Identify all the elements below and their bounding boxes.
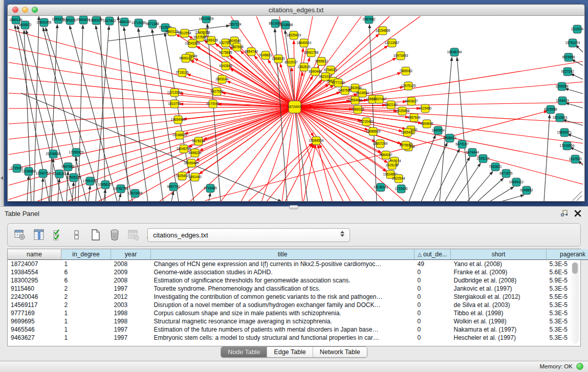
column-header-year[interactable]: year [111, 249, 151, 260]
graph-node[interactable]: 19654985 [171, 116, 186, 124]
tab-edge-table[interactable]: Edge Table [267, 347, 313, 357]
graph-node[interactable]: 10719155 [132, 19, 146, 27]
column-header-pagerank[interactable]: pagerank [547, 249, 588, 260]
graph-node[interactable]: 18325419 [287, 31, 301, 39]
rows-icon[interactable] [71, 228, 83, 242]
table-select-combobox[interactable]: citations_edges.txt [147, 228, 350, 242]
graph-node[interactable]: 1209358 [555, 82, 569, 91]
table-row[interactable]: 977716911998Corpus callosum shape and si… [8, 309, 588, 317]
graph-node[interactable]: 10973493 [394, 52, 408, 60]
graph-node[interactable]: 9405572 [18, 21, 32, 29]
graph-node[interactable]: 9671388 [146, 20, 159, 28]
select-all-icon[interactable] [52, 228, 64, 242]
window-titlebar[interactable]: citations_edges.txt [8, 5, 584, 16]
graph-node[interactable]: 10653247 [89, 16, 104, 25]
graph-node[interactable]: 16033809 [199, 16, 214, 23]
column-header-in_degree[interactable]: in_degree [61, 249, 111, 260]
table-row[interactable]: 1830029562008Estimation of significance … [8, 276, 588, 285]
graph-node[interactable]: 18724007 [288, 101, 302, 113]
table-scrollbar-thumb[interactable] [572, 262, 578, 274]
close-panel-icon[interactable] [574, 209, 582, 217]
graph-node[interactable]: 9170041 [206, 100, 220, 108]
column-header-name[interactable]: name [8, 249, 61, 260]
graph-node[interactable]: 11156869 [21, 167, 36, 176]
delete-icon[interactable] [108, 228, 121, 242]
table-scrollbar[interactable] [571, 261, 579, 344]
svg-text:9170041: 9170041 [206, 102, 220, 105]
graph-node[interactable]: 10688609 [366, 127, 381, 136]
graph-edge [570, 147, 583, 153]
graph-node[interactable]: 18807249 [373, 140, 388, 148]
graph-node[interactable]: 2087682 [362, 16, 376, 24]
graph-node[interactable]: 7485063 [399, 67, 412, 75]
table-row[interactable]: 969969511998Structural magnetic resonanc… [8, 317, 588, 325]
graph-node[interactable]: 8215958 [544, 105, 557, 114]
graph-node[interactable]: 9699695 [420, 120, 433, 128]
graph-node[interactable]: 7857224 [228, 20, 242, 29]
graph-node[interactable]: 16648784 [447, 48, 462, 56]
table-row[interactable]: 1456911722003Disruption of a novel membe… [8, 301, 588, 309]
graph-node[interactable]: 2935114 [477, 155, 490, 163]
graph-node[interactable]: 9716485 [204, 184, 217, 192]
graph-node[interactable]: 19166825 [172, 131, 187, 139]
graph-node[interactable]: 9463627 [405, 97, 418, 105]
graph-node[interactable]: 7632621 [489, 163, 502, 171]
table-row[interactable]: 946554611997Estimation of the future num… [8, 325, 588, 334]
svg-text:18807249: 18807249 [373, 142, 388, 145]
graph-node[interactable]: 9146821 [259, 51, 272, 59]
graph-node[interactable]: 4957644 [407, 114, 421, 122]
graph-node[interactable]: 8471676 [499, 169, 513, 178]
graph-node[interactable]: 1527602 [103, 17, 116, 25]
graph-node[interactable]: 9115460 [419, 104, 432, 113]
tab-node-table[interactable]: Node Table [221, 347, 267, 357]
graph-node[interactable]: 14136141 [374, 183, 388, 191]
svg-text:1689136: 1689136 [9, 18, 23, 21]
import-table-icon[interactable] [127, 228, 140, 242]
network-canvas[interactable]: 1689136940557220691406105532810553287785… [8, 16, 584, 201]
graph-node[interactable]: 10553287 [63, 16, 78, 25]
table-row[interactable]: 1938455462009Genome-wide association stu… [8, 268, 588, 276]
graph-node[interactable]: 7850604 [77, 16, 90, 24]
table-cell: 6 [61, 268, 111, 276]
column-header-title[interactable]: title [151, 249, 415, 260]
graph-node[interactable]: 15751074 [565, 39, 580, 47]
graph-node[interactable]: 2718126 [176, 69, 189, 77]
resize-grip-icon[interactable] [577, 195, 582, 201]
graph-node[interactable]: 9474444 [466, 148, 479, 157]
left-collapsed-panel[interactable] [0, 0, 4, 206]
table-row[interactable]: 911546021997Tourette syndrome. Phenomeno… [8, 285, 588, 293]
collapse-arrow-icon [1, 176, 3, 180]
table-settings-icon[interactable] [14, 228, 26, 242]
graph-node[interactable]: 15692971 [557, 128, 572, 137]
graph-node[interactable]: 6479197 [455, 140, 469, 148]
graph-node[interactable]: 16782759 [114, 185, 128, 193]
column-header-short[interactable]: short [451, 249, 547, 260]
graph-node[interactable]: 12342757 [36, 169, 51, 178]
float-panel-icon[interactable] [560, 209, 569, 217]
graph-node[interactable]: 1588520 [272, 55, 285, 63]
graph-node[interactable]: 1244419 [556, 97, 569, 105]
graph-node[interactable]: 1112034 [571, 25, 584, 33]
new-document-icon[interactable] [90, 228, 102, 242]
table-cell: 1998 [111, 317, 151, 325]
graph-node[interactable]: 17359929 [69, 148, 84, 157]
column-header-out_de[interactable]: △out_de... [415, 249, 451, 260]
graph-node[interactable]: 20206536 [46, 150, 61, 158]
graph-node[interactable]: 9245652 [520, 186, 533, 194]
graph-node[interactable]: 9097588 [61, 163, 75, 171]
table-column-icon[interactable] [33, 228, 45, 242]
graph-node[interactable]: 17016504 [560, 142, 575, 150]
table-row[interactable]: 1872400712008Changes of HCN gene express… [8, 260, 588, 269]
tab-network-table[interactable]: Network Table [313, 347, 367, 357]
graph-node[interactable]: 10654112 [509, 178, 524, 186]
table-cell: 0 [415, 317, 451, 325]
table-row[interactable]: 2242004622012Investigating the contribut… [8, 293, 588, 301]
graph-node[interactable]: 1640954 [431, 126, 445, 135]
graph-node[interactable]: 9857791 [167, 183, 180, 191]
graph-node[interactable]: 18640910 [297, 39, 312, 47]
graph-node[interactable]: 9466160 [118, 18, 131, 26]
graph-node[interactable]: 1733426 [395, 185, 408, 193]
resize-grip-icon[interactable] [573, 191, 582, 201]
table-row[interactable]: 946362711997Embryonic stem cells: a mode… [8, 334, 588, 342]
graph-node[interactable]: 12975125 [401, 82, 416, 90]
